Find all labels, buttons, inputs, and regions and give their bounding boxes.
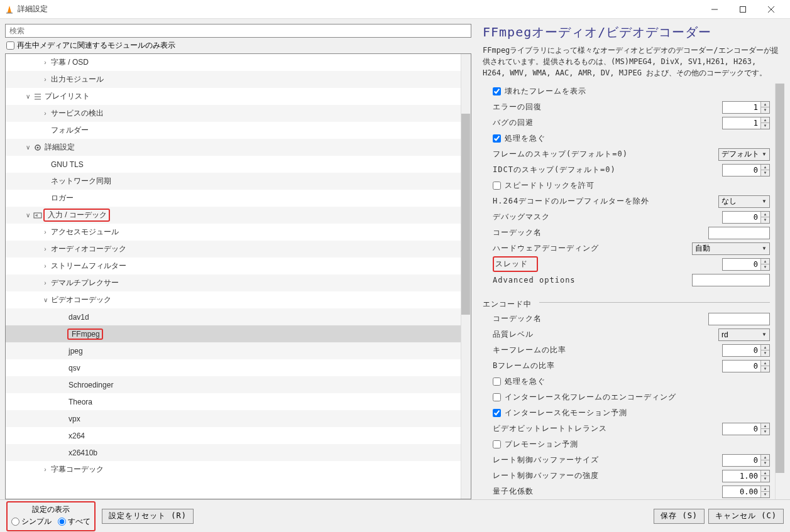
spin-input[interactable]: ▲▼ [722,470,770,482]
setting-row: スレッド▲▼ [480,256,785,272]
spin-down-icon: ▼ [761,107,769,113]
save-button[interactable]: 保存 (S) [654,509,705,524]
setting-label: レート制御バッファーの強度 [493,470,722,481]
filter-checkbox-row[interactable]: 再生中メディアに関連するモジュールのみ表示 [5,40,480,51]
combo-box[interactable]: なし▼ [718,195,770,208]
setting-checkbox[interactable]: 処理を急ぐ [493,376,770,387]
spin-up-icon: ▲ [761,165,769,170]
setting-label: スレッド [493,256,538,272]
tree-label: dav1d [69,313,89,322]
setting-label: Advanced options [493,276,692,285]
panel-title: FFmpegオーディオ/ビデオデコーダー [480,24,785,41]
tree-label: 出力モジュール [51,74,104,85]
setting-row: 品質レベルrd▼ [480,327,785,342]
search-input[interactable] [5,24,471,38]
combo-box[interactable]: デフォルト▼ [718,148,770,161]
tree-item[interactable]: jpeg [6,342,471,359]
tree-item[interactable]: x26410b [6,444,471,461]
tree-item[interactable]: フォルダー [6,122,471,139]
spin-up-icon: ▲ [761,486,769,492]
spin-input[interactable]: ▲▼ [722,117,770,129]
spin-input[interactable]: ▲▼ [722,258,770,271]
cancel-button[interactable]: キャンセル (C) [708,509,784,524]
setting-label: デバッグマスク [493,212,722,222]
text-input[interactable] [708,227,770,239]
spin-up-icon: ▲ [761,361,769,366]
tree-item[interactable]: ›字幕コーデック [6,461,471,478]
chevron-down-icon: ▼ [762,246,767,251]
tree-item[interactable]: ›字幕 / OSD [6,54,471,71]
setting-checkbox[interactable]: プレモーション予測 [493,439,770,450]
spin-down-icon: ▼ [761,264,769,270]
setting-row: キーフレームの比率▲▼ [480,342,785,358]
tree-item[interactable]: ∨ビデオコーデック [6,291,471,308]
tree-view[interactable]: ›字幕 / OSD›出力モジュール∨プレイリスト›サービスの検出フォルダー∨詳細… [5,53,471,499]
tree-scroll-thumb[interactable] [461,114,470,315]
tree-item[interactable]: qsv [6,359,471,376]
spin-input[interactable]: ▲▼ [722,211,770,224]
chevron-icon: › [41,246,50,252]
tree-item[interactable]: FFmpeg [6,325,471,342]
tree-item[interactable]: Schroedinger [6,376,471,393]
spin-up-icon: ▲ [761,470,769,476]
setting-label: IDCTのスキップ(デフォルト=0) [493,165,722,175]
tree-label: ネットワーク同期 [51,176,111,187]
minimize-button[interactable] [700,0,728,18]
tree-item[interactable]: GNU TLS [6,156,471,173]
tree-item[interactable]: ネットワーク同期 [6,173,471,190]
setting-label: エラーの回復 [493,102,722,112]
spin-input[interactable]: ▲▼ [722,101,770,114]
right-scrollbar[interactable] [775,84,785,499]
tree-item[interactable]: ロガー [6,190,471,207]
close-button[interactable] [757,0,785,18]
tree-item[interactable]: ›出力モジュール [6,71,471,88]
tree-scrollbar[interactable] [461,54,471,499]
spin-input[interactable]: ▲▼ [722,454,770,467]
spin-input[interactable]: ▲▼ [722,164,770,176]
right-pane: FFmpegオーディオ/ビデオデコーダー FFmpegライブラリによって様々なオ… [480,19,790,499]
combo-box[interactable]: rd▼ [718,328,770,341]
tree-label: jpeg [69,347,83,356]
setting-checkbox[interactable]: スピードトリックを許可 [493,180,770,191]
setting-label: レート制御バッファーサイズ [493,455,722,465]
spin-input[interactable]: ▲▼ [722,344,770,357]
spin-up-icon: ▲ [761,455,769,460]
tree-item[interactable]: ›アクセスモジュール [6,224,471,241]
spin-down-icon: ▼ [761,460,769,466]
right-scroll-thumb[interactable] [776,84,784,473]
text-input[interactable] [692,274,770,286]
radio-group-title: 設定の表示 [11,504,91,515]
filter-checkbox[interactable] [6,41,14,50]
tree-item[interactable]: ∨プレイリスト [6,88,471,105]
settings-scroll[interactable]: 壊れたフレームを表示エラーの回復▲▼バグの回避▲▼ 処理を急ぐフレームのスキップ… [480,84,785,499]
setting-checkbox[interactable]: 処理を急ぐ [493,133,770,144]
tree-item[interactable]: ›ストリームフィルター [6,258,471,274]
tree-item[interactable]: ∨詳細設定 [6,139,471,156]
radio-simple[interactable]: シンプル [11,516,52,527]
tree-item[interactable]: ›オーディオコーデック [6,241,471,258]
tree-item[interactable]: ›デマルチプレクサー [6,274,471,291]
section-encode-header: エンコード中 [480,294,537,311]
setting-checkbox[interactable]: インターレース化モーション予測 [493,408,770,418]
maximize-button[interactable] [728,0,757,18]
setting-checkbox[interactable]: 壊れたフレームを表示 [493,86,770,97]
tree-item[interactable]: vpx [6,410,471,427]
tree-label: サービスの検出 [51,108,104,119]
spin-input[interactable]: ▲▼ [722,486,770,498]
spin-input[interactable]: ▲▼ [722,423,770,435]
tree-item[interactable]: ›サービスの検出 [6,105,471,122]
setting-row: デバッグマスク▲▼ [480,209,785,225]
chevron-down-icon: ▼ [762,198,767,204]
tree-item[interactable]: ∨入力 / コーデック [6,207,471,224]
setting-label: コーデック名 [493,313,708,324]
setting-checkbox[interactable]: インターレース化フレームのエンコーディング [493,392,770,403]
tree-item[interactable]: x264 [6,427,471,444]
spin-input[interactable]: ▲▼ [722,360,770,372]
text-input[interactable] [708,313,770,325]
tree-item[interactable]: Theora [6,393,471,410]
combo-box[interactable]: 自動▼ [692,242,770,255]
reset-button[interactable]: 設定をリセット (R) [102,509,194,524]
spin-down-icon: ▼ [761,123,769,129]
tree-item[interactable]: dav1d [6,308,471,325]
radio-all[interactable]: すべて [58,516,91,527]
